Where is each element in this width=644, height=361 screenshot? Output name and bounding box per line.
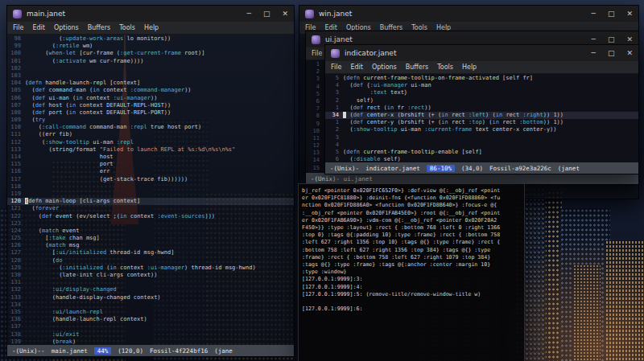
window-indicator-janet[interactable]: indicator.janet ─ □ ✕ FileEditOptionsBuf…	[324, 44, 639, 174]
code-line: 1 (def rect (in fr :rect))	[325, 105, 638, 112]
modeline-position-badge: 86-10%	[427, 165, 455, 172]
line-number: 4	[325, 82, 343, 89]
minimize-icon[interactable]: ─	[592, 36, 596, 43]
line-number: 124	[7, 228, 25, 235]
terminal-line: :frame} :rect { :bottom 758 :left 627 :r…	[302, 254, 521, 261]
line-number: 129	[7, 265, 25, 272]
line-number: 98	[7, 35, 25, 43]
code-line: 115 port	[7, 161, 294, 168]
code-line: 106 (def ui-man (in context :ui-manager)…	[7, 95, 294, 102]
modeline-coords: (120,0)	[118, 347, 143, 355]
code-line: 139 (break)	[7, 338, 294, 345]
line-number: 101	[7, 58, 25, 65]
modeline-buffer: main.janet	[52, 347, 88, 355]
code-line: 122 (def event (ev/select ;(in context :…	[7, 213, 294, 220]
line-number: 3	[325, 134, 343, 142]
titlebar[interactable]: win.janet ─ □ ✕	[299, 6, 638, 22]
menu-item-tools[interactable]: Tools	[437, 64, 453, 71]
close-icon[interactable]: ✕	[626, 36, 633, 43]
line-number: 121	[7, 205, 25, 212]
menu-item-buffers[interactable]: Buffers	[88, 24, 110, 31]
menu-item-file[interactable]: File	[312, 50, 322, 57]
terminal-line: bj_ref <pointer 0x020F1FC652F0>} :def-vi…	[302, 187, 521, 195]
line-number: 5	[306, 91, 324, 98]
code-line: 107 (def host (in context DEFAULT-REPL-H…	[7, 102, 294, 109]
terminal-line: :top 0} :tags @{:padding 10} :type :fram…	[302, 232, 521, 239]
line-number: 112	[7, 139, 25, 146]
line-number: 2	[325, 126, 343, 133]
menu-item-options[interactable]: Options	[54, 24, 79, 31]
menu-bar[interactable]: FileEditOptionsBuffersToolsHelp	[325, 61, 638, 74]
code-line: 130 (late-init cli-args context))	[7, 272, 294, 279]
menu-item-edit[interactable]: Edit	[32, 24, 45, 31]
line-number: 4	[325, 142, 343, 149]
line-number: 13	[306, 150, 324, 157]
menu-item-options[interactable]: Options	[372, 64, 397, 71]
line-number: 122	[7, 213, 25, 220]
code-line: 134	[7, 302, 294, 309]
line-number: 5	[325, 75, 343, 82]
menu-item-buffers[interactable]: Buffers	[406, 64, 428, 71]
code-line: 2 self)	[325, 97, 638, 105]
editor-area[interactable]: 5(defn current-frame-tooltip-on-frame-ac…	[325, 74, 638, 162]
line-number: 106	[7, 95, 25, 102]
close-icon[interactable]: ✕	[626, 50, 633, 57]
terminal-line: :type :window}	[302, 269, 521, 276]
line-number: 128	[7, 257, 25, 265]
line-number: 134	[7, 302, 25, 309]
editor-area[interactable]: 98 (:update-work-areas lo monitors))99 (…	[7, 35, 294, 345]
titlebar[interactable]: main.janet ─ □ ✕	[7, 6, 294, 22]
minimize-icon[interactable]: ─	[592, 10, 596, 18]
terminal-line: er 0x020F1FC81880>} :deinit-fns {<functi…	[302, 195, 521, 202]
line-number: 102	[7, 65, 25, 72]
code-line: 133 (handle-display-changed context)	[7, 294, 294, 302]
line-number: 2	[325, 97, 343, 105]
maximize-icon[interactable]: □	[263, 10, 270, 18]
mode-line: -(Unix)-- main.janet 44% (120,0) Fossil-…	[7, 345, 294, 356]
menu-item-help[interactable]: Help	[144, 24, 159, 31]
maximize-icon[interactable]: □	[608, 50, 615, 57]
code-line: 105 (def command-man (in context :comman…	[7, 87, 294, 94]
terminal-line: nction 0x020F1FD886A0> <function 0x020F1…	[302, 202, 521, 209]
repl-output-window[interactable]: bj_ref <pointer 0x020F1FC652F0>} :def-vi…	[298, 183, 525, 361]
code-line: 103	[7, 72, 294, 80]
code-line: 102	[7, 65, 294, 72]
titlebar[interactable]: indicator.janet ─ □ ✕	[325, 45, 638, 61]
code-line: 4	[325, 142, 638, 149]
modeline-position-badge: 44%	[94, 347, 112, 355]
minimize-icon[interactable]: ─	[247, 10, 251, 18]
menu-item-tools[interactable]: Tools	[119, 24, 135, 31]
line-number: 99	[7, 43, 25, 50]
line-number: 2	[306, 68, 324, 76]
code-line: 123	[7, 220, 294, 228]
close-icon[interactable]: ✕	[626, 10, 633, 18]
menu-item-help[interactable]: Help	[462, 64, 477, 71]
minimize-icon[interactable]: ─	[592, 50, 596, 57]
code-line: 118	[7, 183, 294, 191]
menu-item-edit[interactable]: Edit	[350, 64, 363, 71]
line-number: 12	[306, 142, 324, 150]
line-number: 5	[325, 149, 343, 156]
code-line: 129 (:initialized (in context :ui-manage…	[7, 265, 294, 272]
line-number: 14	[306, 157, 324, 164]
code-line: 4 (def {:ui-manager ui-man	[325, 82, 638, 89]
maximize-icon[interactable]: □	[608, 36, 615, 43]
menu-item-file[interactable]: File	[331, 64, 341, 71]
code-line: 6 (:disable self)	[325, 156, 638, 162]
line-number: 104	[7, 80, 25, 87]
menu-item-file[interactable]: File	[13, 24, 23, 31]
window-title: win.janet	[319, 10, 587, 18]
code-line: 125 [:take chan msg]	[7, 235, 294, 242]
window-main-janet[interactable]: main.janet ─ □ ✕ FileEditOptionsBuffersT…	[6, 5, 295, 357]
code-line: 136 (handle-launch-repl context)	[7, 316, 294, 323]
line-number: 9	[306, 121, 324, 128]
code-line: 111 ((err fib)	[7, 131, 294, 138]
terminal-line: :left 627 :right 1356 :top 10} :tags @{}…	[302, 239, 521, 246]
terminal-line: :tags @{} :type :frame} :tags @{:anchor …	[302, 261, 521, 269]
line-number: 123	[7, 220, 25, 228]
menu-bar[interactable]: FileEditOptionsBuffersToolsHelp	[7, 22, 294, 35]
maximize-icon[interactable]: □	[608, 10, 615, 18]
code-line: 127 [:ui/initialized thread-id msg-hwnd]	[7, 249, 294, 256]
code-line: 1 (def center-y (brshift (+ (in rect :to…	[325, 119, 638, 126]
close-icon[interactable]: ✕	[282, 10, 288, 18]
